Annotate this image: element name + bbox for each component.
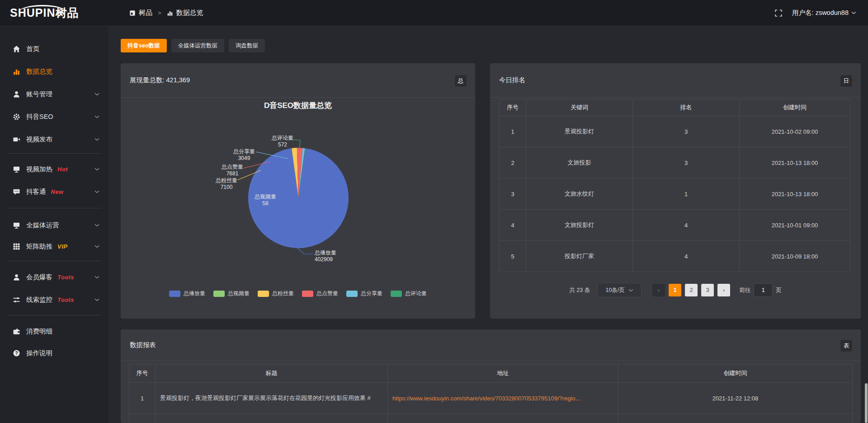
breadcrumb-item-current: 数据总览 bbox=[176, 9, 203, 17]
page-button-2[interactable]: 2 bbox=[685, 284, 698, 296]
fullscreen-icon[interactable] bbox=[775, 9, 782, 17]
column-header: 排名 bbox=[633, 99, 740, 116]
overview-panel-header: 展现量总数: 421,369 bbox=[121, 63, 475, 98]
sidebar-item-video-publish[interactable]: 视频发布 bbox=[0, 132, 108, 147]
sidebar-item-account[interactable]: 账号管理 bbox=[0, 86, 108, 102]
chevron-down-icon bbox=[851, 11, 856, 14]
grid-icon bbox=[13, 243, 20, 250]
chart-legend: 总播放量总视频量总粉丝量总点赞量总分享量总评论量 bbox=[121, 290, 475, 297]
pie-chart[interactable] bbox=[121, 98, 475, 319]
sidebar-item-data-overview[interactable]: 数据总览 bbox=[0, 64, 108, 79]
sidebar-badge-tools: Tools bbox=[57, 296, 74, 303]
page-scrollbar-thumb[interactable] bbox=[865, 383, 868, 423]
wallet-icon bbox=[13, 328, 20, 335]
legend-swatch bbox=[391, 291, 402, 297]
pie-label-name: 总评论量 bbox=[272, 135, 293, 141]
sidebar-divider bbox=[8, 315, 101, 315]
next-page-button[interactable]: › bbox=[717, 284, 730, 296]
table-cell: 2021-10-09 18:00 bbox=[740, 241, 850, 272]
legend-swatch bbox=[302, 291, 313, 297]
table-cell: 文旅水纹灯 bbox=[526, 179, 633, 210]
goto-page-input[interactable] bbox=[754, 283, 773, 297]
legend-item-2[interactable]: 总粉丝量 bbox=[258, 290, 294, 297]
prev-page-button[interactable]: ‹ bbox=[652, 284, 665, 296]
legend-item-3[interactable]: 总点赞量 bbox=[302, 290, 338, 297]
sidebar-item-help[interactable]: ?操作说明 bbox=[0, 345, 108, 361]
table-row: 1景观投影灯32021-10-02 09:00 bbox=[500, 116, 850, 147]
legend-item-1[interactable]: 总视频量 bbox=[213, 290, 250, 297]
sidebar-item-video-heat[interactable]: 视频加热Hot bbox=[0, 161, 108, 177]
sidebar-item-clue-monitor[interactable]: 线索监控Tools bbox=[0, 292, 108, 307]
sidebar-item-label: 会员爆客 bbox=[26, 273, 52, 282]
table-cell: 4 bbox=[500, 210, 526, 241]
ranking-day-button[interactable]: 日 bbox=[840, 75, 853, 87]
table-header-row: 序号标题地址创建时间 bbox=[129, 364, 853, 383]
sidebar-divider bbox=[8, 153, 101, 154]
pie-label-name: 总点赞量 bbox=[222, 164, 243, 170]
table-row: 2文旅投影32021-10-13 18:00 bbox=[500, 147, 850, 179]
sidebar-item-matrix-boost[interactable]: 矩阵助推VIP bbox=[0, 239, 108, 254]
legend-item-0[interactable]: 总播放量 bbox=[169, 290, 205, 297]
pie-label-value: 402909 bbox=[315, 256, 333, 263]
sidebar-item-consumption[interactable]: 消费明细 bbox=[0, 324, 108, 339]
column-header: 关键词 bbox=[526, 99, 633, 116]
sidebar: 首页数据总览账号管理抖音SEO视频发布视频加热Hot抖客通New全媒体运营矩阵助… bbox=[0, 26, 108, 423]
page-size-select[interactable]: 10条/页 bbox=[597, 283, 642, 297]
url-cell: https://www.iesdouyin.com/share/video/70… bbox=[388, 383, 618, 414]
ranking-panel-header: 今日排名 bbox=[490, 63, 861, 98]
chevron-down-icon bbox=[94, 224, 99, 227]
username-label: 用户名: zswodun88 bbox=[792, 9, 849, 17]
chevron-down-icon bbox=[94, 245, 99, 248]
sidebar-item-member-baoke[interactable]: 会员爆客Tools bbox=[0, 269, 108, 285]
chevron-down-icon bbox=[94, 93, 99, 96]
tab-2[interactable]: 询盘数据 bbox=[229, 39, 265, 52]
report-table: 序号标题地址创建时间1景观投影灯，夜游景观投影灯厂家展示展示落花灯在花园里的灯光… bbox=[129, 364, 853, 423]
table-row: 4文旅投影灯42021-10-01 09:00 bbox=[500, 210, 850, 241]
created-time-cell: 2021-11-22 12:08 bbox=[618, 383, 853, 414]
legend-item-5[interactable]: 总评论量 bbox=[391, 290, 427, 297]
legend-label: 总粉丝量 bbox=[272, 290, 294, 297]
legend-label: 总分享量 bbox=[361, 290, 382, 297]
tab-1[interactable]: 全媒体运营数据 bbox=[171, 39, 225, 52]
column-header: 创建时间 bbox=[740, 99, 850, 116]
sidebar-item-douyin-seo[interactable]: 抖音SEO bbox=[0, 109, 108, 124]
table-row: 1景观投影灯，夜游景观投影灯厂家展示展示落花灯在花园里的灯光投影应用效果 #ht… bbox=[129, 383, 853, 414]
pie-label-value: 58 bbox=[262, 200, 268, 207]
pie-label-line bbox=[297, 248, 313, 254]
gear-icon bbox=[13, 113, 20, 121]
header-right: 用户名: zswodun88 bbox=[775, 9, 868, 17]
pie-label-4: 总分享量3049 bbox=[222, 148, 267, 162]
sidebar-item-label: 视频发布 bbox=[26, 135, 52, 144]
legend-swatch bbox=[346, 291, 358, 297]
table-cell: 2021-10-02 09:00 bbox=[740, 116, 850, 147]
ranking-table: 序号关键词排名创建时间1景观投影灯32021-10-02 09:002文旅投影3… bbox=[499, 99, 850, 272]
report-panel-header: 数据报表 bbox=[121, 329, 861, 361]
sidebar-badge-tools: Tools bbox=[57, 274, 74, 281]
video-url-link[interactable]: https://www.iesdouyin.com/share/video/70… bbox=[392, 395, 581, 402]
tab-0[interactable]: 抖音seo数据 bbox=[121, 39, 167, 52]
monitor-play-icon bbox=[13, 165, 20, 173]
column-header: 创建时间 bbox=[618, 364, 853, 383]
sidebar-item-label: 账号管理 bbox=[26, 90, 52, 99]
chevron-down-icon bbox=[94, 190, 99, 193]
legend-item-4[interactable]: 总分享量 bbox=[346, 290, 382, 297]
breadcrumb-item-home[interactable]: 树品 bbox=[139, 9, 152, 17]
sidebar-item-media-ops[interactable]: 全媒体运营 bbox=[0, 217, 108, 233]
column-header: 序号 bbox=[500, 99, 526, 116]
sidebar-item-home[interactable]: 首页 bbox=[0, 41, 108, 56]
sliders-icon bbox=[13, 296, 20, 304]
overview-total-button[interactable]: 总 bbox=[454, 75, 467, 87]
video-icon bbox=[13, 136, 20, 143]
page-button-3[interactable]: 3 bbox=[701, 284, 714, 296]
sidebar-item-douketong[interactable]: 抖客通New bbox=[0, 184, 108, 199]
breadcrumb: 树品 > 数据总览 bbox=[129, 9, 203, 17]
pagination: 共 23 条10条/页‹123›前往页 bbox=[490, 283, 861, 297]
pie-label-value: 3049 bbox=[238, 155, 250, 161]
bar-chart-icon bbox=[13, 68, 20, 75]
user-menu[interactable]: 用户名: zswodun88 bbox=[792, 9, 856, 17]
home-icon bbox=[13, 45, 20, 53]
page-button-1[interactable]: 1 bbox=[669, 284, 681, 296]
monitor-icon bbox=[13, 221, 20, 229]
logo[interactable]: SHUPIN树品 bbox=[0, 5, 108, 20]
report-table-button[interactable]: 表 bbox=[840, 339, 853, 352]
